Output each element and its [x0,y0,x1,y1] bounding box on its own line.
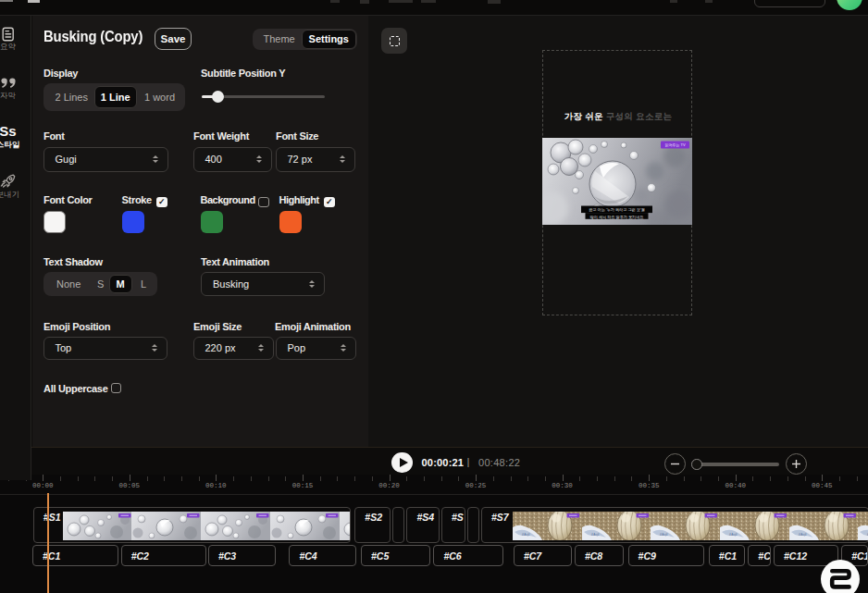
svg-text:많이 세뇌 하죠 말투가 웃기네요: 많이 세뇌 하죠 말투가 웃기네요 [590,215,644,219]
svg-text:광고 아는 '누가 뭐라고 그런 것'을: 광고 아는 '누가 뭐라고 그런 것'을 [589,207,644,212]
